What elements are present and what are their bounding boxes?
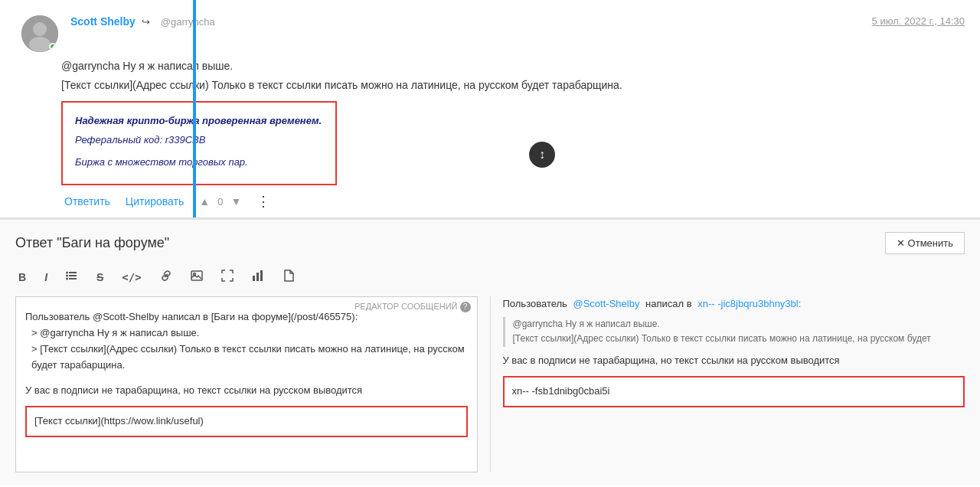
info-icon: ?: [460, 302, 471, 312]
strikethrough-button[interactable]: S: [93, 270, 106, 285]
editor-quote: > @garryncha Ну я ж написал выше. > [Тек…: [25, 325, 468, 373]
reply-button[interactable]: Ответить: [61, 194, 113, 209]
post-header: Scott Shelby ↪ @garryncha 5 июл. 2022 г.…: [15, 15, 965, 52]
editor-main: РЕДАКТОР СООБЩЕНИЙ ? Пользователь @Scott…: [15, 296, 478, 472]
scroll-icon: ↕: [539, 148, 545, 162]
svg-point-1: [33, 22, 47, 36]
editor-body: У вас в подписи не тарабарщина, но текст…: [25, 383, 468, 399]
post-username[interactable]: Scott Shelby: [70, 15, 136, 28]
reply-header: Ответ "Баги на форуме" ✕ Отменить: [15, 232, 965, 254]
list-button[interactable]: [63, 268, 81, 286]
expand-button[interactable]: [218, 268, 237, 286]
preview-quote2: [Текст ссылки](Адрес ссылки) Только в те…: [513, 332, 965, 346]
svg-rect-5: [69, 278, 77, 279]
svg-rect-12: [256, 273, 259, 281]
code-button[interactable]: </>: [119, 270, 144, 285]
post-meta: Scott Shelby ↪ @garryncha: [70, 15, 872, 28]
quote-button[interactable]: Цитировать: [122, 194, 187, 209]
post-content: @garryncha Ну я ж написал выше. [Текст с…: [61, 58, 965, 185]
reply-area: Ответ "Баги на форуме" ✕ Отменить B I S …: [0, 218, 980, 485]
vote-section: ▲ 0 ▼: [196, 194, 244, 209]
svg-point-8: [66, 278, 68, 280]
editor-preview: Пользователь @Scott-Shelby написал в xn-…: [490, 296, 965, 472]
vote-down-button[interactable]: ▼: [227, 194, 244, 209]
editor-columns: РЕДАКТОР СООБЩЕНИЙ ? Пользователь @Scott…: [15, 296, 965, 472]
svg-point-7: [66, 275, 68, 277]
editor-label: РЕДАКТОР СООБЩЕНИЙ ?: [354, 300, 470, 314]
avatar-wrapper: [21, 15, 67, 52]
more-options-button[interactable]: ⋮: [253, 193, 273, 210]
scroll-button[interactable]: ↕: [529, 142, 555, 168]
file-button[interactable]: [279, 268, 298, 286]
editor-quote1: > @garryncha Ну я ж написал выше.: [31, 325, 468, 342]
post-timestamp[interactable]: 5 июл. 2022 г., 14:30: [872, 15, 965, 27]
svg-rect-4: [69, 275, 77, 276]
link-button[interactable]: [157, 268, 175, 286]
preview-quote1: @garryncha Ну я ж написал выше.: [513, 317, 965, 332]
editor-link-text: [Текст ссылки](https://wow.link/useful): [34, 415, 204, 427]
image-button[interactable]: [188, 268, 206, 286]
online-indicator: [49, 43, 57, 51]
vote-up-button[interactable]: ▲: [196, 194, 213, 209]
cancel-button[interactable]: ✕ Отменить: [885, 232, 965, 254]
vote-count: 0: [217, 196, 223, 208]
ad-box: Надежная крипто-биржа проверенная времен…: [61, 101, 337, 185]
bold-button[interactable]: B: [15, 270, 29, 285]
post-actions: Ответить Цитировать ▲ 0 ▼ ⋮: [61, 193, 965, 210]
reply-arrow: ↪: [142, 16, 150, 28]
ad-line1: Надежная крипто-биржа проверенная времен…: [75, 113, 323, 129]
post-line2: [Текст ссылки](Адрес ссылки) Только в те…: [61, 77, 965, 93]
preview-xn: xn-- -fsb1dnibg0cbai5i: [512, 385, 610, 397]
svg-rect-3: [69, 272, 77, 273]
svg-point-2: [29, 37, 51, 52]
svg-point-6: [66, 272, 68, 274]
editor-content: Пользователь @Scott-Shelby написал в [Ба…: [25, 309, 468, 437]
reply-title: Ответ "Баги на форуме": [15, 235, 169, 251]
editor-toolbar: B I S </>: [15, 263, 965, 290]
editor-highlight-box: [Текст ссылки](https://wow.link/useful): [25, 406, 468, 437]
ad-line2: Реферальный код: r339CBB: [75, 132, 323, 149]
preview-body: У вас в подписи не тарабарщина, но текст…: [503, 353, 965, 369]
svg-rect-13: [260, 270, 263, 281]
preview-middle: написал в: [645, 298, 692, 309]
preview-intro: Пользователь: [503, 298, 567, 309]
preview-quote: @garryncha Ну я ж написал выше. [Текст с…: [503, 317, 965, 346]
svg-rect-11: [253, 276, 255, 281]
post-reply-to[interactable]: @garryncha: [161, 16, 215, 28]
preview-intro-line: Пользователь @Scott-Shelby написал в xn-…: [503, 296, 965, 312]
preview-link[interactable]: xn-- -jic8jbqru3bhny3bl:: [697, 298, 801, 309]
preview-highlight-box: xn-- -fsb1dnibg0cbai5i: [503, 376, 965, 407]
avatar: [21, 15, 58, 52]
post-line1: @garryncha Ну я ж написал выше.: [61, 58, 965, 74]
italic-button[interactable]: I: [41, 270, 51, 285]
editor-box[interactable]: РЕДАКТОР СООБЩЕНИЙ ? Пользователь @Scott…: [15, 296, 478, 472]
chart-button[interactable]: [249, 268, 267, 286]
ad-line3: Биржа с множеством торговых пар.: [75, 155, 323, 171]
post-area: Scott Shelby ↪ @garryncha 5 июл. 2022 г.…: [0, 0, 980, 218]
preview-username[interactable]: @Scott-Shelby: [573, 298, 640, 309]
preview-content: Пользователь @Scott-Shelby написал в xn-…: [503, 296, 965, 407]
editor-quote2: > [Текст ссылки](Адрес ссылки) Только в …: [31, 342, 468, 374]
